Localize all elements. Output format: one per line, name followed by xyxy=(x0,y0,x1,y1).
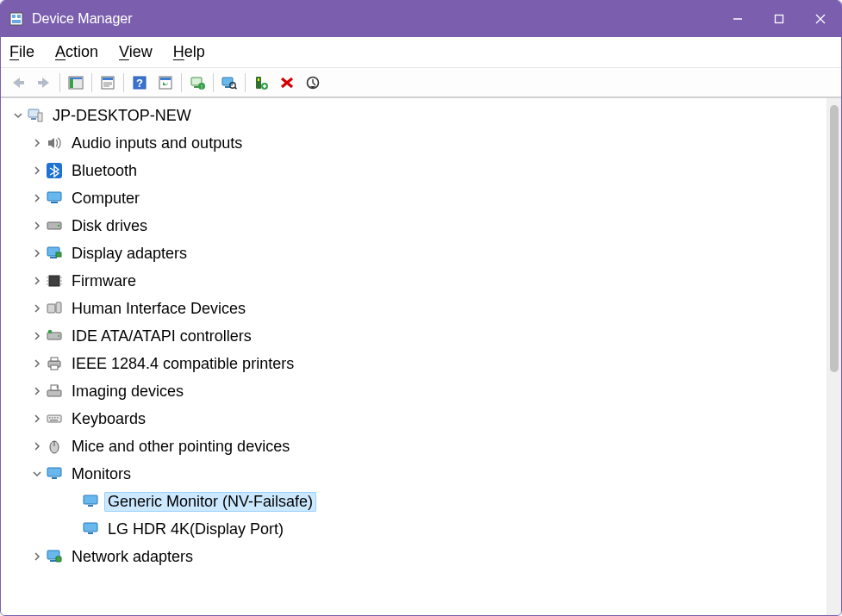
tree-node-label: Mice and other pointing devices xyxy=(68,437,293,457)
svg-rect-58 xyxy=(56,302,61,313)
properties-button[interactable] xyxy=(96,72,120,94)
chevron-right-icon[interactable] xyxy=(30,550,44,563)
display-adapter-icon xyxy=(46,245,63,262)
back-button[interactable] xyxy=(6,72,30,94)
svg-rect-50 xyxy=(49,276,59,286)
svg-rect-28 xyxy=(225,86,230,88)
disable-device-button[interactable] xyxy=(301,72,325,94)
chevron-down-icon[interactable] xyxy=(30,467,44,481)
tree-node-disk-drives[interactable]: Disk drives xyxy=(6,212,826,240)
tree-node-computer[interactable]: Computer xyxy=(6,184,826,212)
tree-node-label: IEEE 1284.4 compatible printers xyxy=(68,354,297,374)
tree-node-lg-hdr-4k-display-port-[interactable]: LG HDR 4K(Display Port) xyxy=(6,515,826,543)
tree-node-label: Generic Monitor (NV-Failsafe) xyxy=(104,492,316,512)
title-bar[interactable]: Device Manager xyxy=(1,1,841,37)
update-driver-button[interactable]: ↑ xyxy=(185,72,209,94)
menu-view[interactable]: View xyxy=(119,43,153,61)
svg-rect-77 xyxy=(84,495,97,504)
chevron-right-icon[interactable] xyxy=(30,219,44,233)
window-title: Device Manager xyxy=(32,11,133,27)
maximize-button[interactable] xyxy=(758,1,800,37)
scrollbar-thumb[interactable] xyxy=(830,105,839,372)
svg-rect-76 xyxy=(52,477,57,479)
menu-help[interactable]: Help xyxy=(173,43,205,61)
svg-rect-39 xyxy=(28,109,39,117)
chevron-right-icon[interactable] xyxy=(30,357,44,370)
ide-icon xyxy=(46,327,63,345)
minimize-button[interactable] xyxy=(717,1,758,37)
close-button[interactable] xyxy=(800,1,841,37)
tree-node-label: Firmware xyxy=(68,271,140,291)
monitor-icon xyxy=(82,493,99,510)
vertical-scrollbar[interactable] xyxy=(826,98,841,615)
chevron-right-icon[interactable] xyxy=(30,384,44,398)
tree-node-label: Human Interface Devices xyxy=(68,299,249,319)
tree-node-bluetooth[interactable]: Bluetooth xyxy=(6,157,826,184)
svg-rect-13 xyxy=(70,78,82,79)
svg-rect-70 xyxy=(54,417,56,419)
chevron-right-icon[interactable] xyxy=(30,164,44,177)
action-options-button[interactable] xyxy=(153,72,178,94)
chevron-right-icon[interactable] xyxy=(30,274,44,288)
svg-rect-32 xyxy=(258,78,259,81)
tree-node-jp-desktop-new[interactable]: JP-DESKTOP-NEW xyxy=(6,102,826,129)
svg-rect-9 xyxy=(38,81,43,84)
chevron-right-icon[interactable] xyxy=(30,439,44,453)
chevron-right-icon[interactable] xyxy=(30,412,44,426)
tree-node-audio-inputs-and-outputs[interactable]: Audio inputs and outputs xyxy=(6,129,826,157)
uninstall-device-button[interactable] xyxy=(275,72,299,94)
svg-rect-12 xyxy=(74,79,82,88)
svg-rect-22 xyxy=(160,78,171,80)
forward-button[interactable] xyxy=(32,72,56,94)
monitor-icon xyxy=(82,520,99,538)
tree-node-label: Imaging devices xyxy=(68,382,187,401)
tree-node-human-interface-devices[interactable]: Human Interface Devices xyxy=(6,295,826,322)
svg-rect-67 xyxy=(47,415,61,422)
svg-rect-66 xyxy=(51,385,58,390)
tree-node-imaging-devices[interactable]: Imaging devices xyxy=(6,377,826,405)
chevron-down-icon[interactable] xyxy=(11,109,25,122)
svg-rect-15 xyxy=(103,78,113,80)
svg-rect-69 xyxy=(52,417,53,419)
tree-node-label: Computer xyxy=(68,189,143,208)
tree-node-label: IDE ATA/ATAPI controllers xyxy=(68,327,255,346)
tree-node-ide-ata-atapi-controllers[interactable]: IDE ATA/ATAPI controllers xyxy=(6,322,826,350)
tree-node-generic-monitor-nv-failsafe-[interactable]: Generic Monitor (NV-Failsafe) xyxy=(6,488,826,515)
network-icon xyxy=(46,548,63,565)
menu-file[interactable]: File xyxy=(9,43,34,61)
svg-rect-11 xyxy=(70,79,73,88)
keyboard-icon xyxy=(46,410,63,427)
svg-rect-44 xyxy=(51,202,58,203)
computer-root-icon xyxy=(27,107,44,124)
chevron-right-icon[interactable] xyxy=(30,136,44,150)
tree-node-ieee-1284-4-compatible-printers[interactable]: IEEE 1284.4 compatible printers xyxy=(6,350,826,377)
device-tree[interactable]: JP-DESKTOP-NEWAudio inputs and outputsBl… xyxy=(1,98,826,615)
add-legacy-hardware-button[interactable] xyxy=(249,72,273,94)
scan-hardware-button[interactable] xyxy=(217,72,241,94)
chevron-right-icon[interactable] xyxy=(30,191,44,205)
tree-node-mice-and-other-pointing-devices[interactable]: Mice and other pointing devices xyxy=(6,432,826,460)
tree-node-label: Audio inputs and outputs xyxy=(68,134,246,153)
showhide-console-tree-button[interactable] xyxy=(64,72,88,94)
svg-rect-72 xyxy=(50,420,58,421)
tree-node-display-adapters[interactable]: Display adapters xyxy=(6,240,826,267)
svg-rect-1 xyxy=(12,15,16,18)
hid-icon xyxy=(46,300,63,317)
tree-node-keyboards[interactable]: Keyboards xyxy=(6,405,826,432)
bluetooth-icon xyxy=(46,162,63,179)
tree-node-firmware[interactable]: Firmware xyxy=(6,267,826,295)
help-button[interactable]: ? xyxy=(128,72,152,94)
chevron-right-icon[interactable] xyxy=(30,302,44,315)
menu-action[interactable]: Action xyxy=(55,43,98,61)
svg-rect-43 xyxy=(47,192,61,201)
tree-node-label: Network adapters xyxy=(68,547,196,567)
tree-node-monitors[interactable]: Monitors xyxy=(6,460,826,488)
tree-node-label: Keyboards xyxy=(68,409,149,429)
app-icon xyxy=(8,10,25,28)
svg-rect-49 xyxy=(56,252,61,257)
tree-node-network-adapters[interactable]: Network adapters xyxy=(6,543,826,570)
chevron-right-icon[interactable] xyxy=(30,246,44,260)
chevron-right-icon[interactable] xyxy=(30,329,44,343)
svg-rect-83 xyxy=(56,557,61,562)
svg-rect-63 xyxy=(51,358,58,361)
